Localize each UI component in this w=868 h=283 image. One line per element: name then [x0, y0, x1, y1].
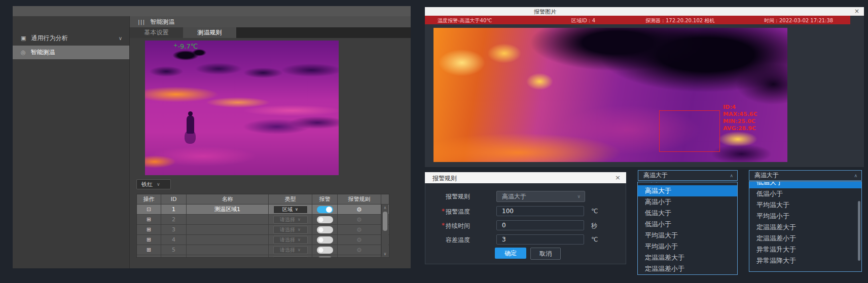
row-id: 4 [161, 235, 187, 245]
col-rule: 报警规则 [338, 194, 381, 204]
dropdown-option[interactable]: 定温温差小于 [749, 233, 861, 244]
gear-icon[interactable]: ⚙ [356, 257, 362, 258]
draw-region-icon[interactable]: ⊡ [147, 206, 151, 213]
thermal-config-window: ▣ 通用行为分析 ∨ ◎ 智能测温 ||| 智能测温 基本设置 测温规则 +-9… [13, 6, 411, 268]
table-row[interactable]: ⊞ 2 请选择∨ ⚙ [137, 215, 389, 225]
type-select[interactable]: 请选择∨ [273, 236, 308, 244]
table-row[interactable]: ⊞ 4 请选择∨ ⚙ [137, 235, 389, 245]
tolerance-unit: ℃ [591, 236, 598, 243]
dropdown-option[interactable]: 低温大于 [749, 182, 861, 188]
close-icon[interactable]: × [854, 8, 859, 15]
rule-type-select[interactable]: 高温大于 ∨ [496, 191, 585, 202]
scrollbar-thumb[interactable] [383, 212, 387, 231]
table-scrollbar[interactable]: ∧ ∨ [381, 205, 388, 257]
rule-dropdown-1-value: 高温大于 [643, 171, 668, 180]
col-alarm: 报警 [312, 194, 338, 204]
rule-dropdown-2-list: 低温大于 低温小于 平均温大于 平均温小于 定温温差大于 定温温差小于 异常温升… [749, 181, 862, 272]
type-select[interactable]: 区域∨ [273, 206, 308, 214]
table-header-row: 操作 ID 名称 类型 报警 报警规则 [137, 194, 389, 205]
table-row[interactable]: ⊞ 3 请选择∨ ⚙ [137, 225, 389, 235]
dropdown-option[interactable]: 低温小于 [749, 188, 861, 199]
dropdown-option[interactable]: 平均温大于 [749, 199, 861, 211]
dropdown-option[interactable]: 定温温差大于 [638, 252, 737, 263]
duration-input[interactable] [496, 220, 584, 230]
dropdown-option-partial[interactable]: 低温大于 [749, 182, 861, 188]
cancel-button[interactable]: 取消 [530, 248, 561, 260]
row-id [161, 255, 187, 258]
scroll-up-icon[interactable]: ∧ [382, 205, 388, 211]
close-icon[interactable]: × [615, 174, 621, 181]
alarm-toggle[interactable] [317, 236, 333, 244]
add-region-icon[interactable]: ⊞ [147, 226, 151, 233]
dropdown-option[interactable]: 异常温升大于 [749, 244, 861, 255]
add-region-icon[interactable]: ⊞ [147, 236, 151, 243]
tolerance-field-label: 容差温度 [446, 236, 470, 245]
chevron-up-icon: ∧ [730, 173, 733, 178]
add-region-icon[interactable]: ⊞ [147, 216, 151, 223]
type-select[interactable]: 请选择∨ [273, 256, 308, 258]
table-row[interactable]: ⊡ 1 测温区域1 区域∨ ⚙ [137, 205, 389, 215]
chevron-down-icon: ∨ [298, 227, 301, 232]
temp-unit: ℃ [591, 208, 598, 215]
dropdown-option[interactable]: 平均温小于 [749, 211, 861, 222]
chevron-down-icon: ∨ [577, 194, 581, 199]
gear-icon[interactable]: ⚙ [356, 236, 362, 244]
region-stats-overlay: ID:4 MAX:45.6C MIN:25.0C AVG:28.9C [723, 104, 757, 132]
chevron-down-icon: ∨ [157, 182, 160, 187]
alarm-toggle[interactable] [317, 216, 333, 223]
tab-basic-settings[interactable]: 基本设置 [130, 27, 183, 38]
type-select[interactable]: 请选择∨ [273, 246, 308, 254]
confirm-button[interactable]: 确定 [495, 248, 526, 259]
required-mark: * [442, 208, 445, 215]
dropdown-option[interactable]: 定温温差大于 [749, 222, 861, 233]
table-row-partial[interactable]: ⊞ 请选择∨ ⚙ [137, 255, 389, 258]
rule-dropdown-1[interactable]: 高温大于 ∧ [638, 170, 738, 181]
alarm-alert-bar: 温度报警-高温大于40℃ 区域ID：4 探测器：172.20.20.102 相机… [425, 16, 850, 24]
dropdown-option[interactable]: 平均温小于 [638, 241, 737, 252]
dropdown-option[interactable]: 高温大于 [638, 185, 737, 196]
chevron-down-icon: ∨ [119, 35, 122, 41]
alarm-region-rectangle [659, 110, 720, 152]
palette-select[interactable]: 铁红 ∨ [136, 179, 171, 189]
row-name [187, 215, 269, 224]
alarm-temp-input[interactable] [496, 206, 584, 216]
rule-dropdown-2[interactable]: 高温大于 ∧ [749, 170, 862, 181]
alarm-toggle[interactable] [317, 206, 333, 213]
alarm-toggle[interactable] [317, 257, 333, 258]
dropdown-option[interactable]: 低温小于 [638, 219, 737, 230]
tab-temp-rules[interactable]: 测温规则 [183, 27, 236, 38]
alarm-rule-dialog: 报警规则 × 报警规则 高温大于 ∨ * 报警温度 ℃ * 持续时间 秒 [425, 172, 626, 265]
gear-icon[interactable]: ⚙ [356, 216, 362, 223]
tolerance-input[interactable] [496, 234, 584, 245]
add-region-icon[interactable]: ⊞ [147, 257, 151, 258]
dropdown-scrollbar-thumb[interactable] [858, 201, 860, 261]
dropdown-option[interactable]: 低温大于 [638, 208, 737, 219]
gear-icon[interactable]: ⚙ [356, 206, 362, 213]
add-region-icon[interactable]: ⊞ [147, 247, 151, 253]
gear-icon[interactable]: ⚙ [356, 247, 362, 254]
table-row[interactable]: ⊞ 5 请选择∨ ⚙ [137, 245, 389, 255]
sidebar-group-behavior-analysis[interactable]: ▣ 通用行为分析 ∨ [13, 31, 129, 45]
dropdown-option[interactable]: 异常温降大于 [749, 255, 861, 266]
rule-type-value: 高温大于 [502, 192, 526, 201]
drag-handle-icon: ||| [138, 19, 145, 25]
sidebar-item-smart-temp[interactable]: ◎ 智能测温 [13, 46, 129, 59]
gear-icon[interactable]: ⚙ [356, 226, 362, 233]
scroll-down-icon[interactable]: ∨ [382, 251, 388, 257]
row-name [187, 245, 269, 255]
alarm-toggle[interactable] [317, 247, 333, 254]
rule-field-label: 报警规则 [446, 192, 470, 201]
thermal-preview-canvas[interactable]: +-9.7℃ [145, 41, 339, 175]
col-id: ID [161, 194, 187, 204]
type-select[interactable]: 请选择∨ [273, 226, 308, 234]
type-select[interactable]: 请选择∨ [273, 216, 308, 224]
dropdown-option[interactable]: 定温温差小于 [638, 263, 737, 274]
dialog-title: 报警图片 [534, 8, 556, 16]
dropdown-option[interactable]: 高温小于 [638, 196, 737, 208]
content-header: ||| 智能测温 [130, 16, 411, 27]
alarm-toggle[interactable] [317, 226, 333, 233]
dropdown-option[interactable]: 平均温大于 [638, 230, 737, 241]
row-name [187, 225, 269, 234]
duration-unit: 秒 [591, 222, 597, 230]
sidebar-group-label: 通用行为分析 [31, 34, 67, 43]
